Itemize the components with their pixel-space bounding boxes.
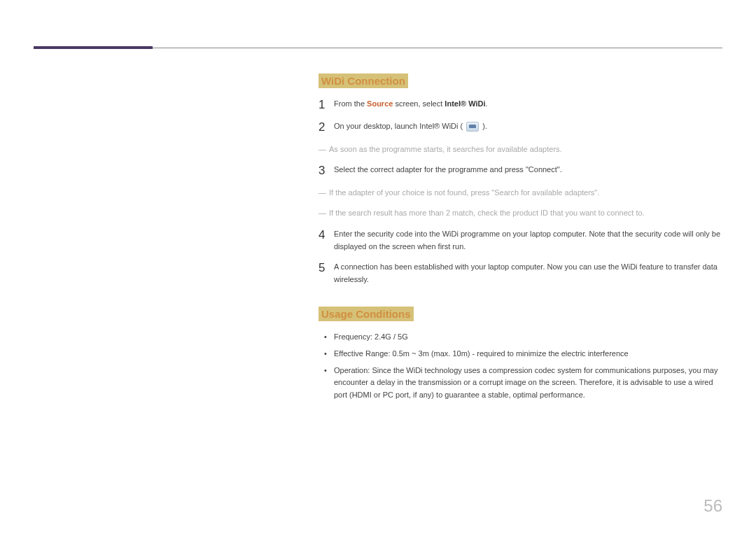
step-text: From the Source screen, select Intel® Wi… <box>334 98 722 111</box>
note-text: If the search result has more than 2 mat… <box>318 207 722 220</box>
step-text: On your desktop, launch Intel® WiDi ( ). <box>334 120 722 133</box>
bold-intel-widi: Intel® WiDi <box>444 99 485 108</box>
text-fragment: On your desktop, launch Intel® WiDi ( <box>334 122 465 130</box>
step-3: 3 Select the correct adapter for the pro… <box>318 164 722 178</box>
step-number: 2 <box>318 120 334 134</box>
note-text: As soon as the programme starts, it sear… <box>318 143 722 156</box>
heading-widi-connection: WiDi Connection <box>318 73 408 88</box>
note-content: If the search result has more than 2 mat… <box>329 209 645 217</box>
main-content: WiDi Connection 1 From the Source screen… <box>318 73 722 405</box>
text-fragment: screen, select <box>393 99 444 108</box>
highlight-source: Source <box>367 99 393 108</box>
step-5: 5 A connection has been established with… <box>318 261 722 286</box>
note-content: As soon as the programme starts, it sear… <box>329 145 562 153</box>
step-number: 1 <box>318 98 334 112</box>
text-fragment: . <box>485 99 487 108</box>
step-1: 1 From the Source screen, select Intel® … <box>318 98 722 112</box>
heading-usage-conditions: Usage Conditions <box>318 307 414 321</box>
step-text: Enter the security code into the WiDi pr… <box>334 228 722 253</box>
note-content: If the adapter of your choice is not fou… <box>329 188 599 197</box>
section-usage: Usage Conditions Frequency: 2.4G / 5G Ef… <box>318 307 722 401</box>
text-fragment: From the <box>334 99 367 108</box>
step-number: 5 <box>318 261 334 275</box>
step-2: 2 On your desktop, launch Intel® WiDi ( … <box>318 120 722 134</box>
page-number: 56 <box>704 496 722 516</box>
list-item: Effective Range: 0.5m ~ 3m (max. 10m) - … <box>334 348 722 360</box>
step-text: A connection has been established with y… <box>334 261 722 286</box>
step-number: 3 <box>318 164 334 178</box>
note-text: If the adapter of your choice is not fou… <box>318 187 722 199</box>
step-text: Select the correct adapter for the progr… <box>334 164 722 176</box>
step-number: 4 <box>318 228 334 242</box>
header-accent <box>34 46 153 49</box>
text-fragment: ). <box>480 122 487 130</box>
list-item: Operation: Since the WiDi technology use… <box>334 365 722 402</box>
list-item: Frequency: 2.4G / 5G <box>334 331 722 344</box>
usage-list: Frequency: 2.4G / 5G Effective Range: 0.… <box>318 331 722 401</box>
step-4: 4 Enter the security code into the WiDi … <box>318 228 722 253</box>
widi-app-icon <box>466 122 479 132</box>
